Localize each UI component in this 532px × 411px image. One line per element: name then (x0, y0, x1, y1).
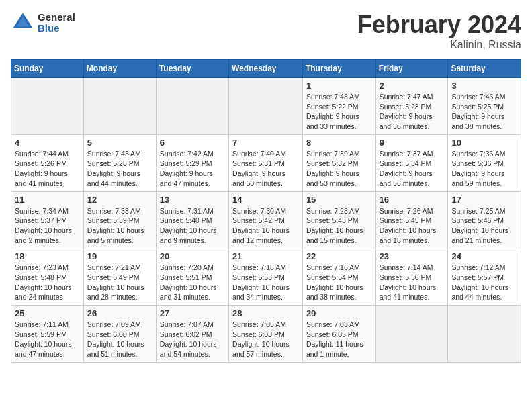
cell-day-info: Sunrise: 7:05 AM Sunset: 6:03 PM Dayligh… (232, 320, 299, 359)
cell-day-info: Sunrise: 7:18 AM Sunset: 5:53 PM Dayligh… (232, 263, 299, 302)
cell-day-info: Sunrise: 7:12 AM Sunset: 5:57 PM Dayligh… (451, 263, 517, 302)
cell-day-info: Sunrise: 7:23 AM Sunset: 5:48 PM Dayligh… (15, 263, 80, 302)
cell-day-number: 27 (160, 308, 225, 318)
cell-day-info: Sunrise: 7:43 AM Sunset: 5:28 PM Dayligh… (87, 149, 152, 189)
calendar-cell: 18Sunrise: 7:23 AM Sunset: 5:48 PM Dayli… (11, 248, 84, 306)
calendar-header: SundayMondayTuesdayWednesdayThursdayFrid… (11, 60, 521, 78)
logo-text: General Blue (38, 12, 75, 34)
cell-day-number: 3 (451, 81, 517, 91)
calendar-cell: 19Sunrise: 7:21 AM Sunset: 5:49 PM Dayli… (83, 248, 156, 306)
cell-day-info: Sunrise: 7:21 AM Sunset: 5:49 PM Dayligh… (87, 263, 152, 302)
cell-day-number: 12 (87, 195, 152, 205)
calendar-title: February 2024 (357, 11, 521, 39)
logo-icon (11, 11, 35, 35)
cell-day-info: Sunrise: 7:48 AM Sunset: 5:22 PM Dayligh… (306, 92, 372, 132)
calendar-cell: 21Sunrise: 7:18 AM Sunset: 5:53 PM Dayli… (229, 248, 303, 306)
calendar-week-5: 25Sunrise: 7:11 AM Sunset: 5:59 PM Dayli… (11, 306, 521, 363)
calendar-location: Kalinin, Russia (357, 39, 521, 51)
cell-day-number: 19 (87, 251, 152, 261)
cell-day-info: Sunrise: 7:28 AM Sunset: 5:43 PM Dayligh… (306, 206, 372, 246)
cell-day-number: 1 (306, 81, 372, 91)
page-header: General Blue February 2024 Kalinin, Russ… (11, 11, 521, 51)
calendar-table: SundayMondayTuesdayWednesdayThursdayFrid… (11, 59, 521, 363)
calendar-cell: 24Sunrise: 7:12 AM Sunset: 5:57 PM Dayli… (448, 248, 521, 306)
cell-day-number: 15 (306, 195, 372, 205)
calendar-cell: 22Sunrise: 7:16 AM Sunset: 5:54 PM Dayli… (302, 248, 375, 306)
calendar-cell: 14Sunrise: 7:30 AM Sunset: 5:42 PM Dayli… (229, 191, 303, 248)
calendar-cell: 3Sunrise: 7:46 AM Sunset: 5:25 PM Daylig… (448, 78, 521, 135)
calendar-cell: 23Sunrise: 7:14 AM Sunset: 5:56 PM Dayli… (375, 248, 448, 306)
cell-day-number: 29 (306, 308, 372, 318)
cell-day-info: Sunrise: 7:40 AM Sunset: 5:31 PM Dayligh… (232, 149, 299, 189)
calendar-cell: 1Sunrise: 7:48 AM Sunset: 5:22 PM Daylig… (302, 78, 375, 135)
cell-day-number: 8 (306, 138, 372, 148)
cell-day-number: 16 (380, 195, 445, 205)
calendar-cell: 16Sunrise: 7:26 AM Sunset: 5:45 PM Dayli… (375, 191, 448, 248)
cell-day-info: Sunrise: 7:42 AM Sunset: 5:29 PM Dayligh… (160, 149, 225, 189)
cell-day-info: Sunrise: 7:20 AM Sunset: 5:51 PM Dayligh… (160, 263, 225, 302)
calendar-body: 1Sunrise: 7:48 AM Sunset: 5:22 PM Daylig… (11, 78, 521, 363)
cell-day-number: 24 (451, 251, 517, 261)
cell-day-number: 2 (380, 81, 445, 91)
calendar-cell: 10Sunrise: 7:36 AM Sunset: 5:36 PM Dayli… (448, 134, 521, 191)
cell-day-number: 22 (306, 251, 372, 261)
cell-day-info: Sunrise: 7:36 AM Sunset: 5:36 PM Dayligh… (451, 149, 517, 189)
cell-day-info: Sunrise: 7:07 AM Sunset: 6:02 PM Dayligh… (160, 320, 225, 359)
logo-general-text: General (38, 12, 75, 24)
cell-day-number: 21 (232, 251, 299, 261)
calendar-cell (11, 78, 84, 135)
calendar-cell: 29Sunrise: 7:03 AM Sunset: 6:05 PM Dayli… (302, 306, 375, 363)
calendar-cell (448, 306, 521, 363)
calendar-cell: 28Sunrise: 7:05 AM Sunset: 6:03 PM Dayli… (229, 306, 303, 363)
cell-day-number: 25 (15, 308, 80, 318)
weekday-header-wednesday: Wednesday (229, 60, 303, 78)
cell-day-info: Sunrise: 7:25 AM Sunset: 5:46 PM Dayligh… (451, 206, 517, 246)
calendar-cell: 27Sunrise: 7:07 AM Sunset: 6:02 PM Dayli… (156, 306, 228, 363)
cell-day-number: 23 (380, 251, 445, 261)
calendar-cell: 15Sunrise: 7:28 AM Sunset: 5:43 PM Dayli… (302, 191, 375, 248)
cell-day-info: Sunrise: 7:16 AM Sunset: 5:54 PM Dayligh… (306, 263, 372, 302)
calendar-cell: 6Sunrise: 7:42 AM Sunset: 5:29 PM Daylig… (156, 134, 228, 191)
calendar-cell (156, 78, 228, 135)
calendar-cell (375, 306, 448, 363)
calendar-cell: 7Sunrise: 7:40 AM Sunset: 5:31 PM Daylig… (229, 134, 303, 191)
calendar-cell: 13Sunrise: 7:31 AM Sunset: 5:40 PM Dayli… (156, 191, 228, 248)
logo-blue-text: Blue (38, 23, 75, 34)
calendar-cell: 26Sunrise: 7:09 AM Sunset: 6:00 PM Dayli… (83, 306, 156, 363)
calendar-cell (229, 78, 303, 135)
calendar-cell: 20Sunrise: 7:20 AM Sunset: 5:51 PM Dayli… (156, 248, 228, 306)
cell-day-number: 17 (451, 195, 517, 205)
calendar-cell: 4Sunrise: 7:44 AM Sunset: 5:26 PM Daylig… (11, 134, 84, 191)
cell-day-number: 14 (232, 195, 299, 205)
cell-day-info: Sunrise: 7:34 AM Sunset: 5:37 PM Dayligh… (15, 206, 80, 246)
calendar-cell: 2Sunrise: 7:47 AM Sunset: 5:23 PM Daylig… (375, 78, 448, 135)
calendar-week-1: 1Sunrise: 7:48 AM Sunset: 5:22 PM Daylig… (11, 78, 521, 135)
weekday-header-tuesday: Tuesday (156, 60, 228, 78)
weekday-header-friday: Friday (375, 60, 448, 78)
cell-day-info: Sunrise: 7:26 AM Sunset: 5:45 PM Dayligh… (380, 206, 445, 246)
calendar-cell: 8Sunrise: 7:39 AM Sunset: 5:32 PM Daylig… (302, 134, 375, 191)
weekday-header-saturday: Saturday (448, 60, 521, 78)
logo: General Blue (11, 11, 75, 35)
cell-day-info: Sunrise: 7:47 AM Sunset: 5:23 PM Dayligh… (380, 92, 445, 132)
cell-day-info: Sunrise: 7:39 AM Sunset: 5:32 PM Dayligh… (306, 149, 372, 189)
cell-day-number: 26 (87, 308, 152, 318)
calendar-week-4: 18Sunrise: 7:23 AM Sunset: 5:48 PM Dayli… (11, 248, 521, 306)
calendar-cell: 25Sunrise: 7:11 AM Sunset: 5:59 PM Dayli… (11, 306, 84, 363)
cell-day-number: 10 (451, 138, 517, 148)
cell-day-number: 6 (160, 138, 225, 148)
cell-day-number: 9 (380, 138, 445, 148)
cell-day-number: 4 (15, 138, 80, 148)
cell-day-info: Sunrise: 7:31 AM Sunset: 5:40 PM Dayligh… (160, 206, 225, 246)
weekday-header-sunday: Sunday (11, 60, 84, 78)
cell-day-info: Sunrise: 7:14 AM Sunset: 5:56 PM Dayligh… (380, 263, 445, 302)
cell-day-info: Sunrise: 7:03 AM Sunset: 6:05 PM Dayligh… (306, 320, 372, 359)
calendar-cell: 9Sunrise: 7:37 AM Sunset: 5:34 PM Daylig… (375, 134, 448, 191)
calendar-week-3: 11Sunrise: 7:34 AM Sunset: 5:37 PM Dayli… (11, 191, 521, 248)
cell-day-info: Sunrise: 7:46 AM Sunset: 5:25 PM Dayligh… (451, 92, 517, 132)
weekday-header-monday: Monday (83, 60, 156, 78)
cell-day-number: 28 (232, 308, 299, 318)
calendar-week-2: 4Sunrise: 7:44 AM Sunset: 5:26 PM Daylig… (11, 134, 521, 191)
cell-day-info: Sunrise: 7:44 AM Sunset: 5:26 PM Dayligh… (15, 149, 80, 189)
title-block: February 2024 Kalinin, Russia (357, 11, 521, 51)
